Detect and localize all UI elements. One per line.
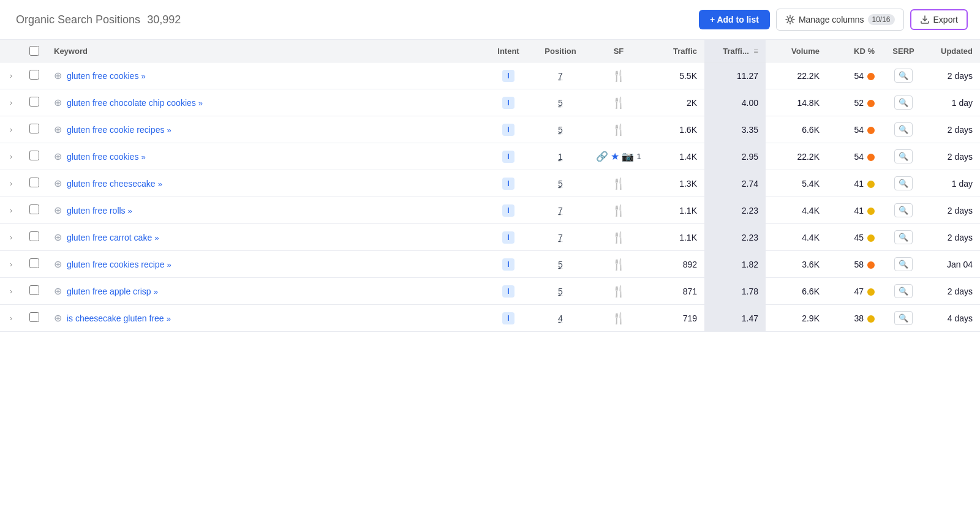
keyword-cell: ⊕ gluten free cookies » [47,62,484,89]
keyword-link[interactable]: gluten free rolls » [67,206,132,215]
traffic-val-cell: 11.27 [704,62,766,89]
position-cell: 7 [533,197,588,224]
row-checkbox[interactable] [29,204,39,214]
kd-dot [867,208,875,215]
keyword-cell: ⊕ gluten free carrot cake » [47,224,484,251]
traffic-cell: 719 [649,305,704,332]
add-keyword-icon[interactable]: ⊕ [54,259,62,269]
expand-row-button[interactable]: › [7,259,15,270]
kd-value: 54 [854,152,864,162]
add-keyword-icon[interactable]: ⊕ [54,124,62,135]
position-value: 5 [558,98,563,108]
row-checkbox[interactable] [29,70,39,80]
add-keyword-icon[interactable]: ⊕ [54,205,62,215]
serp-button[interactable]: 🔍 [894,230,913,244]
add-keyword-icon[interactable]: ⊕ [54,286,62,296]
add-keyword-icon[interactable]: ⊕ [54,97,62,108]
expand-row-button[interactable]: › [7,205,15,216]
select-all-checkbox[interactable] [29,46,39,56]
expand-row-button[interactable]: › [7,124,15,135]
export-button[interactable]: Export [910,9,968,30]
keyword-link[interactable]: gluten free cookie recipes » [67,125,172,135]
serp-icon: 🔍 [899,233,908,242]
keyword-link[interactable]: gluten free apple crisp » [67,287,158,296]
keyword-cell: ⊕ is cheesecake gluten free » [47,305,484,332]
add-keyword-icon[interactable]: ⊕ [54,70,62,81]
updated-value: 2 days [948,287,973,296]
keyword-link[interactable]: gluten free cookies » [67,71,146,81]
updated-value: 1 day [952,98,973,108]
serp-button[interactable]: 🔍 [894,69,913,83]
serp-button[interactable]: 🔍 [894,176,913,190]
serp-button[interactable]: 🔍 [894,203,913,217]
expand-row-button[interactable]: › [7,286,15,297]
traffic-val-value: 2.23 [742,206,758,215]
kd-dot [867,288,875,296]
kd-value: 38 [854,313,864,323]
row-checkbox[interactable] [29,231,39,241]
arrow-icon: » [167,260,171,269]
keyword-link[interactable]: gluten free cheesecake » [67,179,162,189]
position-cell: 5 [533,278,588,305]
col-traffic-val-header[interactable]: Traffi... ≡ [704,40,766,62]
updated-value: 4 days [948,313,973,323]
volume-value: 22.2K [797,152,820,162]
traffic-val-value: 2.74 [742,179,758,189]
expand-row-button[interactable]: › [7,313,15,324]
row-checkbox[interactable] [29,178,39,187]
kd-dot [867,234,875,242]
kd-cell: 54 [827,143,882,170]
serp-button[interactable]: 🔍 [894,122,913,137]
serp-button[interactable]: 🔍 [894,284,913,298]
position-cell: 5 [533,116,588,143]
serp-button[interactable]: 🔍 [894,149,913,163]
volume-value: 2.9K [802,313,820,323]
add-keyword-icon[interactable]: ⊕ [54,178,62,189]
row-checkbox[interactable] [29,97,39,107]
col-expand-header [0,40,22,62]
keyword-link[interactable]: gluten free cookies » [67,152,146,162]
add-keyword-icon[interactable]: ⊕ [54,232,62,242]
title-text: Organic Search Positions [16,13,140,26]
header: Organic Search Positions 30,992 + Add to… [0,0,980,40]
traffic-cell: 2K [649,89,704,116]
keyword-link[interactable]: gluten free cookies recipe » [67,260,172,269]
position-value: 5 [558,179,563,189]
expand-row-button[interactable]: › [7,232,15,243]
add-to-list-button[interactable]: + Add to list [699,10,770,29]
row-checkbox[interactable] [29,124,39,133]
volume-cell: 22.2K [766,143,827,170]
traffic-val-value: 2.95 [742,152,758,162]
expand-row-button[interactable]: › [7,70,15,81]
expand-row-button[interactable]: › [7,97,15,108]
keyword-link[interactable]: is cheesecake gluten free » [67,313,171,323]
row-checkbox[interactable] [29,285,39,295]
intent-cell: I [484,143,533,170]
add-keyword-icon[interactable]: ⊕ [54,313,62,323]
row-checkbox[interactable] [29,258,39,268]
keyword-link[interactable]: gluten free chocolate chip cookies » [67,98,203,108]
kd-value: 41 [854,206,864,215]
expand-row-button[interactable]: › [7,178,15,189]
expand-row-button[interactable]: › [7,151,15,162]
keyword-cell: ⊕ gluten free cheesecake » [47,170,484,197]
serp-icon: 🔍 [899,98,908,107]
row-checkbox[interactable] [29,312,39,322]
serp-button[interactable]: 🔍 [894,257,913,271]
serp-button[interactable]: 🔍 [894,311,913,325]
volume-value: 6.6K [802,287,820,296]
col-volume-header: Volume [766,40,827,62]
keyword-link[interactable]: gluten free carrot cake » [67,233,159,242]
row-checkbox[interactable] [29,151,39,160]
manage-columns-button[interactable]: Manage columns 10/16 [776,9,904,31]
serp-button[interactable]: 🔍 [894,96,913,110]
add-keyword-icon[interactable]: ⊕ [54,151,62,162]
traffic-val-value: 1.82 [742,260,758,269]
updated-cell: 2 days [925,197,980,224]
intent-badge: I [502,258,514,271]
arrow-icon: » [141,72,145,81]
kd-value: 54 [854,125,864,135]
intent-badge: I [502,231,514,244]
kd-cell: 54 [827,62,882,89]
traffic-cell: 1.3K [649,170,704,197]
